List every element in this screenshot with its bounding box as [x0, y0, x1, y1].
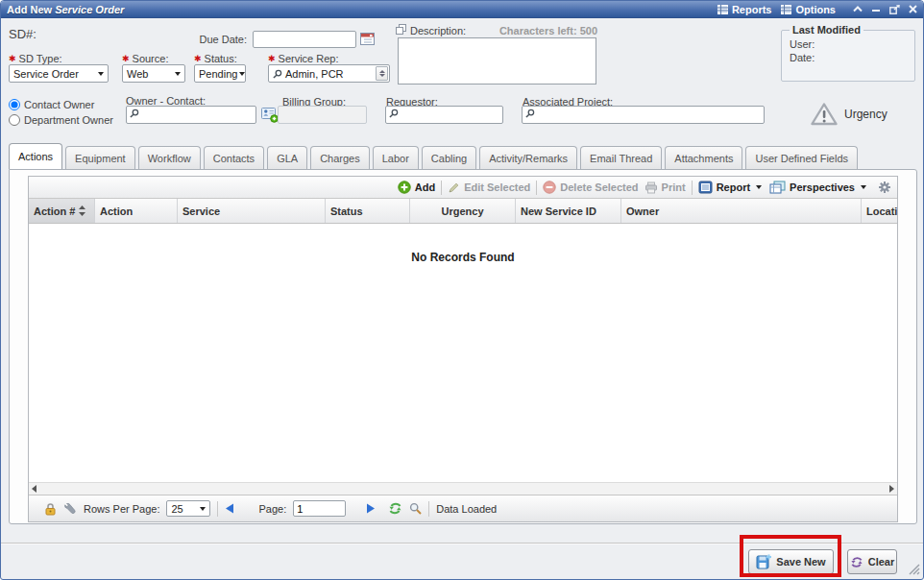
column-header-new-service-id[interactable]: New Service ID	[516, 199, 621, 223]
status-label: ✱Status:	[194, 53, 237, 64]
urgency-warning-icon	[810, 102, 839, 127]
contact-add-icon[interactable]	[261, 107, 279, 125]
perspectives-menu-button[interactable]: Perspectives	[769, 181, 868, 195]
report-menu-button[interactable]: Report	[698, 181, 764, 194]
urgency-label: Urgency	[844, 108, 888, 121]
required-icon: ✱	[122, 54, 130, 63]
refresh-icon[interactable]	[388, 502, 402, 515]
actions-grid: Add Edit Selected Delete Selected Print	[28, 176, 898, 522]
sd-number-label: SD#:	[9, 27, 36, 41]
service-order-window: Add New Service Order Reports Options SD…	[0, 0, 924, 580]
tab-equipment[interactable]: Equipment	[65, 146, 135, 169]
description-textarea[interactable]	[398, 37, 596, 85]
description-expand-icon[interactable]	[396, 24, 406, 36]
chevron-down-icon	[200, 507, 206, 511]
required-icon: ✱	[194, 54, 202, 63]
actions-tab-panel: Add Edit Selected Delete Selected Print	[9, 169, 917, 524]
tab-email-thread[interactable]: Email Thread	[580, 146, 662, 169]
wrench-icon[interactable]	[63, 502, 77, 516]
grid-toolbar: Add Edit Selected Delete Selected Print	[29, 177, 897, 199]
tab-labor[interactable]: Labor	[373, 146, 419, 169]
add-icon	[398, 181, 411, 194]
tab-workflow[interactable]: Workflow	[138, 146, 201, 169]
report-icon	[698, 181, 713, 194]
sd-type-label: ✱SD Type:	[9, 53, 62, 64]
required-icon: ✱	[268, 54, 276, 63]
status-select[interactable]: Pending	[194, 64, 246, 83]
options-button[interactable]: Options	[781, 4, 836, 15]
print-button: Print	[644, 181, 686, 194]
requestor-input[interactable]	[385, 106, 503, 124]
printer-icon	[644, 181, 658, 194]
column-header-action[interactable]: Action	[95, 199, 178, 223]
empty-grid-message: No Records Found	[29, 251, 897, 264]
search-icon	[273, 69, 282, 79]
department-owner-radio[interactable]: Department Owner	[9, 114, 113, 126]
lock-icon[interactable]	[44, 502, 57, 516]
clear-button[interactable]: Clear	[847, 549, 897, 574]
resize-grip-icon[interactable]	[907, 562, 920, 577]
gear-icon	[878, 181, 891, 194]
options-grid-icon	[781, 5, 791, 14]
previous-page-icon[interactable]	[225, 503, 234, 514]
close-icon[interactable]	[909, 5, 917, 13]
pager-status-text: Data Loaded	[436, 503, 497, 515]
calendar-icon[interactable]	[359, 31, 376, 49]
description-label: Description:	[410, 25, 466, 36]
column-header-urgency[interactable]: Urgency	[410, 199, 516, 223]
clear-icon	[850, 556, 863, 568]
next-page-icon[interactable]	[366, 503, 376, 514]
service-rep-combo[interactable]: Admin, PCR	[268, 64, 390, 83]
grid-header: Action # Action Service Status Urgency N…	[29, 199, 897, 224]
chars-left-counter: Characters left: 500	[499, 25, 597, 36]
billing-group-input	[278, 106, 367, 124]
scroll-right-icon[interactable]	[889, 485, 894, 493]
horizontal-scrollbar[interactable]	[29, 482, 897, 495]
add-button[interactable]: Add	[398, 181, 435, 194]
picker-trigger[interactable]	[376, 66, 388, 81]
delete-selected-button: Delete Selected	[543, 181, 638, 194]
tab-charges[interactable]: Charges	[310, 146, 370, 169]
popout-icon[interactable]	[889, 5, 900, 14]
chevron-down-icon	[861, 185, 866, 189]
tab-contacts[interactable]: Contacts	[204, 146, 264, 169]
due-date-input[interactable]	[253, 31, 356, 48]
tab-user-defined-fields[interactable]: User Defined Fields	[745, 146, 858, 169]
minimize-icon[interactable]	[871, 6, 881, 12]
rows-per-page-select[interactable]: 25	[166, 500, 210, 517]
grid-settings-button[interactable]	[878, 181, 891, 194]
sort-icon	[79, 205, 85, 216]
scroll-left-icon[interactable]	[32, 485, 36, 493]
window-title: Add New Service Order	[7, 4, 124, 15]
column-header-owner[interactable]: Owner	[621, 199, 862, 223]
tab-actions[interactable]: Actions	[9, 143, 62, 169]
tab-cabling[interactable]: Cabling	[422, 146, 476, 169]
owner-contact-input[interactable]	[126, 106, 256, 124]
chevron-down-icon	[98, 72, 104, 76]
reports-button[interactable]: Reports	[717, 4, 772, 15]
titlebar: Add New Service Order Reports Options	[1, 1, 923, 18]
urgency-indicator[interactable]: Urgency	[810, 102, 888, 127]
source-label: ✱Source:	[122, 53, 168, 64]
chevron-down-icon	[175, 72, 181, 76]
sd-type-select[interactable]: Service Order	[9, 64, 109, 83]
associated-project-input[interactable]	[522, 106, 765, 124]
grid-pager: Rows Per Page: 25 Page:	[29, 495, 897, 521]
chevron-down-icon	[239, 72, 245, 76]
service-rep-label: ✱Service Rep:	[268, 53, 339, 64]
tab-activity-remarks[interactable]: Activity/Remarks	[479, 146, 577, 169]
save-new-button[interactable]: Save New	[748, 549, 834, 574]
zoom-search-icon[interactable]	[409, 502, 422, 515]
column-header-action-number[interactable]: Action #	[29, 199, 95, 223]
collapse-icon[interactable]	[853, 6, 863, 12]
page-label: Page:	[258, 503, 286, 515]
column-header-status[interactable]: Status	[326, 199, 410, 223]
column-header-location[interactable]: Location	[862, 199, 897, 223]
column-header-service[interactable]: Service	[178, 199, 326, 223]
tab-attachments[interactable]: Attachments	[665, 146, 742, 169]
source-select[interactable]: Web	[122, 64, 185, 83]
tab-gla[interactable]: GLA	[267, 146, 307, 169]
edit-selected-button: Edit Selected	[448, 181, 530, 194]
contact-owner-radio[interactable]: Contact Owner	[9, 99, 94, 110]
page-number-input[interactable]	[293, 500, 346, 517]
